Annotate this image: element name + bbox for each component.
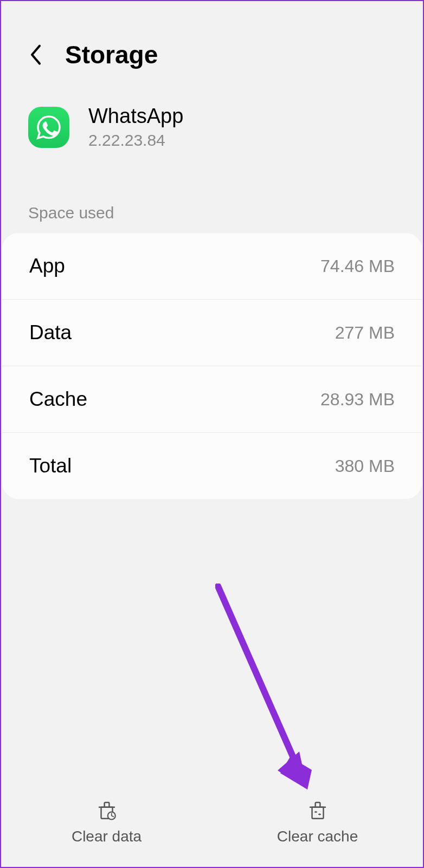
row-label: Total (29, 455, 72, 477)
svg-marker-0 (280, 757, 312, 789)
annotation-arrow (215, 584, 324, 795)
app-section: WhatsApp 2.22.23.84 (1, 86, 423, 177)
storage-card: App 74.46 MB Data 277 MB Cache 28.93 MB … (2, 233, 422, 499)
back-icon[interactable] (28, 43, 43, 66)
app-name: WhatsApp (88, 105, 183, 128)
whatsapp-icon (28, 107, 69, 148)
row-value: 28.93 MB (320, 390, 395, 410)
bottom-actions: Clear data Clear cache (1, 788, 423, 867)
storage-row-total: Total 380 MB (2, 433, 422, 499)
storage-row-app: App 74.46 MB (2, 233, 422, 300)
action-label: Clear cache (277, 828, 358, 845)
storage-row-data: Data 277 MB (2, 300, 422, 366)
clear-data-button[interactable]: Clear data (1, 799, 212, 845)
svg-marker-1 (278, 752, 307, 789)
clear-data-icon (95, 799, 118, 821)
row-value: 277 MB (335, 323, 395, 343)
row-value: 380 MB (335, 456, 395, 476)
section-label: Space used (1, 177, 423, 233)
row-label: Cache (29, 388, 87, 411)
row-label: App (29, 255, 65, 277)
clear-cache-button[interactable]: Clear cache (212, 799, 423, 845)
row-label: Data (29, 321, 72, 344)
storage-row-cache: Cache 28.93 MB (2, 366, 422, 433)
row-value: 74.46 MB (320, 256, 395, 276)
clear-cache-icon (306, 799, 329, 821)
action-label: Clear data (72, 828, 142, 845)
app-version: 2.22.23.84 (88, 131, 183, 150)
page-title: Storage (65, 40, 158, 69)
app-info: WhatsApp 2.22.23.84 (88, 105, 183, 150)
header: Storage (1, 1, 423, 86)
